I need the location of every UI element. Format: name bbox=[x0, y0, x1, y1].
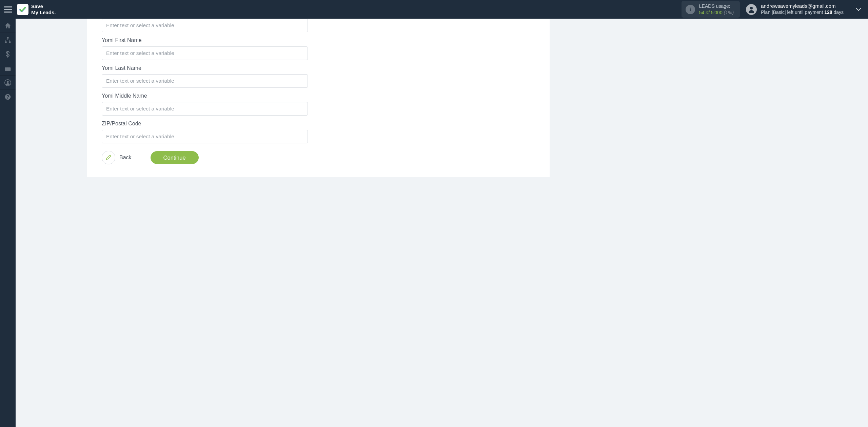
topbar-right: LEADS usage: 54 of 5'000 (1%) andrewsave… bbox=[682, 1, 864, 17]
account-plan: Plan |Basic| left until payment 128 days bbox=[761, 9, 844, 16]
field-label-zip: ZIP/Postal Code bbox=[102, 121, 535, 127]
continue-button[interactable]: Continue bbox=[151, 151, 199, 164]
svg-rect-4 bbox=[5, 41, 7, 43]
svg-point-0 bbox=[690, 7, 691, 8]
logo-icon bbox=[17, 4, 28, 15]
svg-rect-5 bbox=[9, 41, 11, 43]
main-content: Yomi First Name Yomi Last Name Yomi Midd… bbox=[16, 19, 868, 427]
dollar-icon bbox=[6, 51, 10, 58]
svg-point-10 bbox=[7, 98, 8, 99]
topbar: Save My Leads. LEADS usage: 54 of 5'000 … bbox=[0, 0, 868, 19]
svg-point-2 bbox=[750, 7, 753, 9]
form-field-zip: ZIP/Postal Code bbox=[102, 121, 535, 143]
sidebar-item-help[interactable] bbox=[0, 90, 16, 104]
leads-usage-box[interactable]: LEADS usage: 54 of 5'000 (1%) bbox=[682, 1, 740, 17]
svg-point-8 bbox=[7, 81, 8, 82]
field-input-yomi-first-name[interactable] bbox=[102, 46, 308, 60]
form-field-yomi-first-name: Yomi First Name bbox=[102, 37, 535, 60]
usage-stats: 54 of 5'000 (1%) bbox=[699, 9, 734, 16]
field-input-yomi-last-name[interactable] bbox=[102, 74, 308, 88]
back-label: Back bbox=[119, 155, 132, 161]
home-icon bbox=[4, 22, 11, 29]
sidebar bbox=[0, 19, 16, 427]
sidebar-item-home[interactable] bbox=[0, 19, 16, 33]
question-icon bbox=[4, 94, 11, 100]
sidebar-item-billing[interactable] bbox=[0, 47, 16, 61]
field-input-zip[interactable] bbox=[102, 130, 308, 143]
sidebar-item-profile[interactable] bbox=[0, 76, 16, 90]
account-text: andrewsavemyleads@gmail.com Plan |Basic|… bbox=[761, 3, 844, 15]
app-logo[interactable]: Save My Leads. bbox=[17, 3, 56, 15]
account-email: andrewsavemyleads@gmail.com bbox=[761, 3, 844, 9]
form-panel: Yomi First Name Yomi Last Name Yomi Midd… bbox=[87, 19, 550, 177]
field-label-yomi-middle-name: Yomi Middle Name bbox=[102, 93, 535, 99]
svg-rect-1 bbox=[690, 9, 691, 11]
logo-text: Save My Leads. bbox=[31, 3, 56, 15]
usage-label: LEADS usage: bbox=[699, 3, 734, 9]
user-icon bbox=[4, 79, 11, 86]
usage-text: LEADS usage: 54 of 5'000 (1%) bbox=[699, 3, 734, 15]
field-input-0[interactable] bbox=[102, 19, 308, 32]
briefcase-icon bbox=[4, 65, 11, 72]
usage-current: 54 bbox=[699, 10, 705, 15]
form-field-yomi-middle-name: Yomi Middle Name bbox=[102, 93, 535, 116]
hamburger-menu[interactable] bbox=[4, 6, 12, 13]
form-field-0 bbox=[102, 19, 535, 32]
usage-of: of bbox=[706, 10, 710, 15]
sidebar-item-workspace[interactable] bbox=[0, 61, 16, 76]
svg-rect-6 bbox=[5, 67, 11, 71]
svg-rect-3 bbox=[7, 37, 9, 38]
sidebar-item-connections[interactable] bbox=[0, 33, 16, 47]
back-button[interactable]: Back bbox=[102, 151, 132, 164]
usage-percent: (1%) bbox=[724, 10, 734, 15]
chevron-down-icon[interactable] bbox=[850, 6, 864, 13]
form-actions: Back Continue bbox=[102, 151, 535, 164]
field-label-yomi-last-name: Yomi Last Name bbox=[102, 65, 535, 71]
info-icon bbox=[686, 5, 695, 14]
sitemap-icon bbox=[4, 37, 11, 43]
field-label-yomi-first-name: Yomi First Name bbox=[102, 37, 535, 43]
form-field-yomi-last-name: Yomi Last Name bbox=[102, 65, 535, 88]
field-input-yomi-middle-name[interactable] bbox=[102, 102, 308, 116]
pencil-icon bbox=[102, 151, 115, 164]
account-box[interactable]: andrewsavemyleads@gmail.com Plan |Basic|… bbox=[746, 3, 844, 15]
avatar bbox=[746, 4, 757, 15]
usage-total: 5'000 bbox=[711, 10, 723, 15]
